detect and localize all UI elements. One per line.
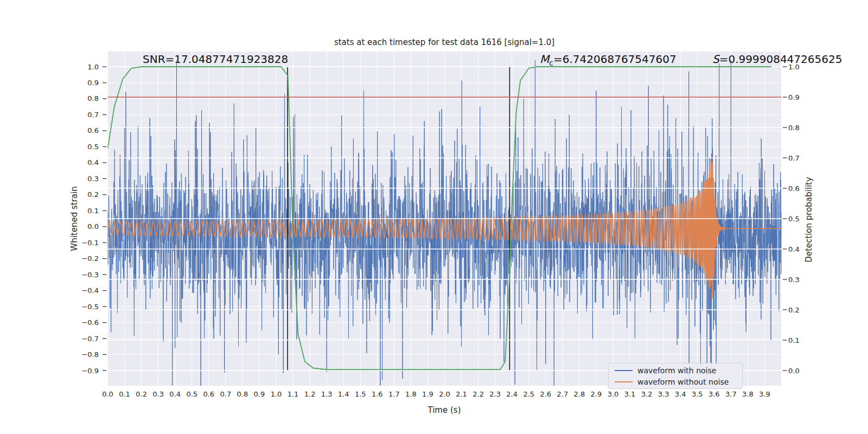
x-tick-label: 1.3 <box>321 390 333 398</box>
left-tick-label: 0.9 <box>54 79 99 87</box>
left-tick-label: 0.1 <box>54 207 99 215</box>
right-tick-label: 0.5 <box>788 215 800 223</box>
x-tick-label: 1.5 <box>355 390 366 398</box>
left-tick-label: −0.1 <box>54 239 99 247</box>
left-tick-label: 0.3 <box>54 175 99 183</box>
x-tick-label: 0.8 <box>237 390 248 398</box>
x-tick-label: 3.8 <box>742 390 754 398</box>
left-tick-label: 0.8 <box>54 94 99 103</box>
x-tick-label: 3.1 <box>624 390 636 398</box>
x-tick-label: 3.9 <box>759 390 770 398</box>
x-tick-label: 1.7 <box>388 390 400 398</box>
x-tick-label: 1.8 <box>405 390 417 398</box>
left-tick-label: −0.7 <box>54 335 99 343</box>
x-tick-label: 2.3 <box>489 390 501 398</box>
x-tick-label: 0.3 <box>152 390 164 398</box>
right-tick-label: 0.0 <box>788 367 800 375</box>
x-tick-label: 1.1 <box>288 390 299 398</box>
x-tick-label: 3.5 <box>692 390 703 398</box>
left-tick-label: −0.9 <box>54 367 99 375</box>
x-tick-label: 0.5 <box>186 390 197 398</box>
right-tick-label: 0.1 <box>788 336 800 344</box>
left-tick-label: −0.5 <box>54 303 99 311</box>
right-tick-label: 0.6 <box>788 184 800 193</box>
x-tick-label: 0.1 <box>119 390 130 398</box>
x-tick-label: 2.6 <box>540 390 551 398</box>
legend: waveform with noise waveform without noi… <box>608 363 743 389</box>
x-tick-label: 1.4 <box>338 390 349 398</box>
x-tick-label: 1.6 <box>372 390 383 398</box>
x-tick-label: 0.7 <box>220 390 232 398</box>
x-tick-label: 1.0 <box>271 390 282 398</box>
legend-entry-without-noise: waveform without noise <box>609 377 742 387</box>
annotation-chirp-mass: Mc=6.742068767547607 <box>540 53 676 67</box>
x-tick-label: 1.2 <box>304 390 316 398</box>
left-tick-label: −0.3 <box>54 271 99 279</box>
left-tick-label: −0.4 <box>54 286 99 295</box>
x-tick-label: 0.2 <box>136 390 147 398</box>
left-tick-label: 0.4 <box>54 158 99 167</box>
right-tick-label: 0.3 <box>788 276 800 284</box>
right-tick-label: 0.7 <box>788 154 800 162</box>
right-tick-label: 0.4 <box>788 245 800 253</box>
x-tick-label: 2.5 <box>523 390 534 398</box>
legend-line-sample-blue <box>615 370 633 371</box>
x-tick-label: 0.0 <box>102 390 113 398</box>
x-tick-label: 2.7 <box>557 390 569 398</box>
right-tick-label: 0.9 <box>788 93 800 101</box>
x-tick-label: 3.0 <box>608 390 619 398</box>
left-tick-label: 1.0 <box>54 63 99 71</box>
x-tick-label: 3.2 <box>641 390 653 398</box>
x-tick-label: 2.8 <box>574 390 585 398</box>
x-tick-label: 2.2 <box>473 390 484 398</box>
x-tick-label: 0.6 <box>203 390 214 398</box>
left-tick-label: −0.6 <box>54 318 99 327</box>
left-tick-label: 0.0 <box>54 222 99 231</box>
annotation-snr: SNR=17.04877471923828 <box>143 53 288 66</box>
x-tick-label: 3.7 <box>725 390 737 398</box>
x-tick-label: 0.4 <box>169 390 181 398</box>
left-tick-label: −0.2 <box>54 254 99 263</box>
left-tick-label: 0.5 <box>54 143 99 151</box>
y-axis-label-right: Detection probability <box>804 177 814 263</box>
legend-entry-with-noise: waveform with noise <box>609 366 742 375</box>
x-tick-label: 1.9 <box>422 390 433 398</box>
x-tick-label: 3.4 <box>675 390 686 398</box>
x-tick-label: 3.6 <box>709 390 720 398</box>
x-tick-label: 0.9 <box>254 390 265 398</box>
chart-title: stats at each timestep for test data 161… <box>107 37 781 47</box>
x-tick-label: 2.0 <box>439 390 450 398</box>
x-tick-label: 2.1 <box>456 390 467 398</box>
left-tick-label: −0.8 <box>54 350 99 359</box>
annotation-significance: S=0.999908447265625 <box>712 53 842 66</box>
right-tick-label: 0.8 <box>788 124 800 132</box>
x-axis-label: Time (s) <box>107 405 781 415</box>
x-tick-label: 3.3 <box>658 390 669 398</box>
right-tick-label: 0.2 <box>788 306 800 314</box>
figure: stats at each timestep for test data 161… <box>0 0 868 434</box>
left-tick-label: 0.7 <box>54 111 99 119</box>
left-tick-label: 0.2 <box>54 190 99 199</box>
left-tick-label: 0.6 <box>54 126 99 135</box>
x-tick-label: 2.4 <box>506 390 518 398</box>
x-tick-label: 2.9 <box>591 390 602 398</box>
legend-line-sample-orange <box>615 381 633 382</box>
